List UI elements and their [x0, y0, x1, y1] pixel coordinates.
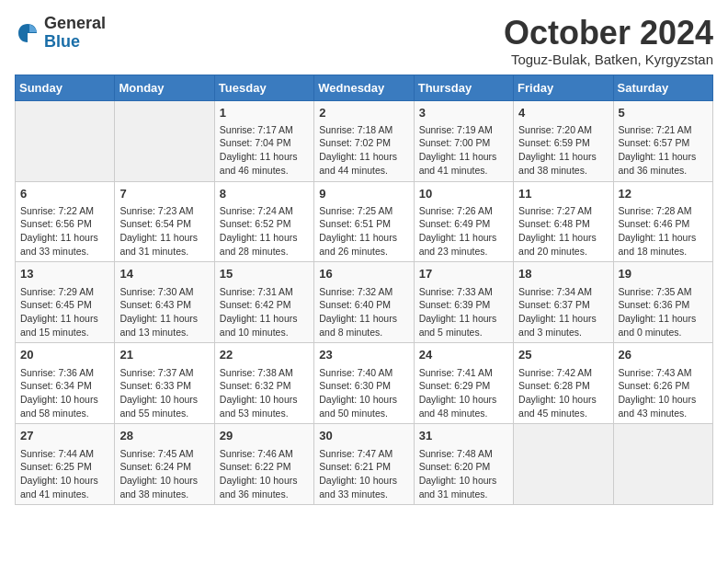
cell-content-line: Sunrise: 7:45 AM	[119, 447, 209, 461]
cell-content-line: Sunset: 6:39 PM	[419, 298, 508, 312]
day-of-week-header: Monday	[115, 75, 214, 100]
calendar-week-row: 27Sunrise: 7:44 AMSunset: 6:25 PMDayligh…	[16, 424, 713, 505]
calendar-cell	[16, 100, 115, 181]
header-row: SundayMondayTuesdayWednesdayThursdayFrid…	[16, 75, 713, 100]
cell-content-line: Sunset: 6:59 PM	[518, 136, 608, 150]
day-number: 28	[119, 428, 209, 444]
day-of-week-header: Tuesday	[214, 75, 313, 100]
cell-content-line: Daylight: 11 hours and 26 minutes.	[319, 231, 408, 258]
cell-content-line: Daylight: 11 hours and 13 minutes.	[119, 312, 209, 339]
calendar-cell: 1Sunrise: 7:17 AMSunset: 7:04 PMDaylight…	[214, 100, 313, 181]
calendar-cell: 5Sunrise: 7:21 AMSunset: 6:57 PMDaylight…	[613, 100, 712, 181]
cell-content-line: Daylight: 10 hours and 41 minutes.	[20, 474, 109, 500]
cell-content-line: Sunrise: 7:17 AM	[220, 123, 309, 137]
calendar-cell: 27Sunrise: 7:44 AMSunset: 6:25 PMDayligh…	[16, 424, 115, 505]
calendar-cell: 3Sunrise: 7:19 AMSunset: 7:00 PMDaylight…	[414, 100, 513, 181]
day-number: 24	[419, 347, 508, 363]
calendar-cell: 15Sunrise: 7:31 AMSunset: 6:42 PMDayligh…	[214, 262, 313, 343]
logo-text: General Blue	[44, 15, 106, 52]
calendar-cell: 19Sunrise: 7:35 AMSunset: 6:36 PMDayligh…	[613, 262, 712, 343]
calendar-cell: 30Sunrise: 7:47 AMSunset: 6:21 PMDayligh…	[314, 424, 414, 505]
cell-content-line: Sunrise: 7:43 AM	[619, 366, 708, 380]
cell-content-line: Daylight: 10 hours and 33 minutes.	[319, 474, 408, 500]
cell-content-line: Daylight: 10 hours and 58 minutes.	[20, 393, 109, 419]
cell-content-line: Daylight: 10 hours and 38 minutes.	[119, 474, 209, 500]
day-number: 14	[119, 266, 209, 282]
day-number: 12	[619, 186, 708, 202]
cell-content-line: Sunset: 6:54 PM	[119, 217, 209, 231]
cell-content-line: Daylight: 10 hours and 45 minutes.	[518, 393, 608, 419]
cell-content-line: Sunset: 6:42 PM	[220, 298, 309, 312]
calendar-cell: 4Sunrise: 7:20 AMSunset: 6:59 PMDaylight…	[514, 100, 613, 181]
cell-content-line: Sunrise: 7:36 AM	[20, 366, 109, 380]
cell-content-line: Sunrise: 7:22 AM	[20, 204, 109, 218]
cell-content-line: Daylight: 11 hours and 23 minutes.	[419, 231, 508, 258]
cell-content-line: Sunset: 6:43 PM	[119, 298, 209, 312]
calendar-week-row: 13Sunrise: 7:29 AMSunset: 6:45 PMDayligh…	[16, 262, 713, 343]
calendar-cell: 18Sunrise: 7:34 AMSunset: 6:37 PMDayligh…	[514, 262, 613, 343]
day-number: 19	[619, 266, 708, 282]
cell-content-line: Sunrise: 7:21 AM	[619, 123, 708, 137]
cell-content-line: Daylight: 10 hours and 55 minutes.	[119, 393, 209, 419]
cell-content-line: Sunrise: 7:46 AM	[220, 447, 309, 461]
calendar-cell: 10Sunrise: 7:26 AMSunset: 6:49 PMDayligh…	[414, 181, 513, 262]
cell-content-line: Sunrise: 7:48 AM	[419, 447, 508, 461]
calendar-cell: 26Sunrise: 7:43 AMSunset: 6:26 PMDayligh…	[613, 343, 712, 424]
cell-content-line: Daylight: 11 hours and 8 minutes.	[319, 312, 408, 339]
day-number: 4	[518, 105, 608, 121]
cell-content-line: Daylight: 10 hours and 53 minutes.	[220, 393, 309, 419]
cell-content-line: Sunset: 7:04 PM	[220, 136, 309, 150]
cell-content-line: Sunrise: 7:38 AM	[220, 366, 309, 380]
cell-content-line: Sunrise: 7:30 AM	[119, 285, 209, 299]
cell-content-line: Daylight: 11 hours and 3 minutes.	[518, 312, 608, 339]
cell-content-line: Sunrise: 7:24 AM	[220, 204, 309, 218]
calendar-week-row: 6Sunrise: 7:22 AMSunset: 6:56 PMDaylight…	[16, 181, 713, 262]
cell-content-line: Daylight: 11 hours and 36 minutes.	[619, 150, 708, 177]
day-number: 3	[419, 105, 508, 121]
calendar-cell: 11Sunrise: 7:27 AMSunset: 6:48 PMDayligh…	[514, 181, 613, 262]
calendar-cell	[514, 424, 613, 505]
cell-content-line: Sunrise: 7:34 AM	[518, 285, 608, 299]
cell-content-line: Daylight: 11 hours and 20 minutes.	[518, 231, 608, 258]
cell-content-line: Daylight: 11 hours and 28 minutes.	[220, 231, 309, 258]
day-number: 8	[220, 186, 309, 202]
cell-content-line: Sunrise: 7:18 AM	[319, 123, 408, 137]
cell-content-line: Sunset: 6:33 PM	[119, 379, 209, 393]
cell-content-line: Sunset: 6:30 PM	[319, 379, 408, 393]
calendar-cell: 13Sunrise: 7:29 AMSunset: 6:45 PMDayligh…	[16, 262, 115, 343]
day-number: 9	[319, 186, 408, 202]
cell-content-line: Daylight: 11 hours and 10 minutes.	[220, 312, 309, 339]
cell-content-line: Sunset: 6:22 PM	[220, 460, 309, 474]
cell-content-line: Daylight: 11 hours and 33 minutes.	[20, 231, 109, 258]
page-header: General Blue October 2024 Toguz-Bulak, B…	[15, 15, 713, 67]
location: Toguz-Bulak, Batken, Kyrgyzstan	[504, 52, 713, 67]
cell-content-line: Sunset: 6:36 PM	[619, 298, 708, 312]
logo-icon	[15, 20, 40, 46]
cell-content-line: Sunset: 6:57 PM	[619, 136, 708, 150]
calendar-cell: 17Sunrise: 7:33 AMSunset: 6:39 PMDayligh…	[414, 262, 513, 343]
cell-content-line: Sunset: 6:46 PM	[619, 217, 708, 231]
cell-content-line: Sunrise: 7:20 AM	[518, 123, 608, 137]
cell-content-line: Sunrise: 7:33 AM	[419, 285, 508, 299]
day-number: 7	[119, 186, 209, 202]
calendar-cell: 22Sunrise: 7:38 AMSunset: 6:32 PMDayligh…	[214, 343, 313, 424]
cell-content-line: Daylight: 11 hours and 38 minutes.	[518, 150, 608, 177]
cell-content-line: Daylight: 11 hours and 0 minutes.	[619, 312, 708, 339]
cell-content-line: Sunrise: 7:19 AM	[419, 123, 508, 137]
day-number: 31	[419, 428, 508, 444]
cell-content-line: Sunset: 6:56 PM	[20, 217, 109, 231]
cell-content-line: Sunrise: 7:41 AM	[419, 366, 508, 380]
day-number: 11	[518, 186, 608, 202]
calendar-cell: 25Sunrise: 7:42 AMSunset: 6:28 PMDayligh…	[514, 343, 613, 424]
day-of-week-header: Saturday	[613, 75, 712, 100]
day-of-week-header: Wednesday	[314, 75, 414, 100]
cell-content-line: Sunset: 6:40 PM	[319, 298, 408, 312]
calendar-body: 1Sunrise: 7:17 AMSunset: 7:04 PMDaylight…	[16, 100, 713, 505]
calendar-cell: 6Sunrise: 7:22 AMSunset: 6:56 PMDaylight…	[16, 181, 115, 262]
day-number: 27	[20, 428, 109, 444]
calendar-cell	[613, 424, 712, 505]
day-number: 18	[518, 266, 608, 282]
calendar-cell	[115, 100, 214, 181]
cell-content-line: Daylight: 11 hours and 46 minutes.	[220, 150, 309, 177]
calendar-cell: 14Sunrise: 7:30 AMSunset: 6:43 PMDayligh…	[115, 262, 214, 343]
